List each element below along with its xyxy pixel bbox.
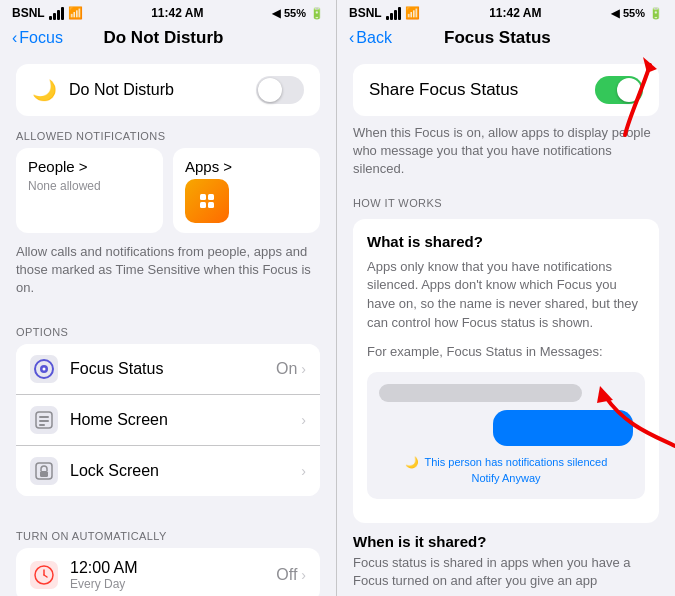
when-text: Focus status is shared in apps when you …	[337, 554, 675, 590]
battery-right: 55%	[623, 7, 645, 19]
people-sub: None allowed	[28, 179, 151, 193]
nav-bar-right: ‹ Back Focus Status	[337, 24, 675, 56]
signal-icon	[49, 7, 64, 20]
allowed-header: ALLOWED NOTIFICATIONS	[0, 116, 336, 148]
clock-icon	[30, 561, 58, 589]
svg-rect-4	[208, 202, 214, 208]
wifi-icon: 📶	[68, 6, 83, 20]
lock-screen-label: Lock Screen	[70, 462, 301, 480]
svg-rect-10	[39, 420, 49, 422]
location-icon-right: ◀	[611, 7, 619, 20]
chevron-left-icon: ‹	[12, 29, 17, 47]
apps-card[interactable]: Apps >	[173, 148, 320, 233]
chevron-right-icon-3: ›	[301, 463, 306, 479]
focus-status-row[interactable]: Focus Status On ›	[16, 344, 320, 395]
when-title: When is it shared?	[337, 523, 675, 554]
left-content: 🌙 Do Not Disturb ALLOWED NOTIFICATIONS P…	[0, 56, 336, 596]
auto-card: 12:00 AM Every Day Off ›	[16, 548, 320, 596]
status-bar-right: BSNL 📶 11:42 AM ◀ 55% 🔋	[337, 0, 675, 24]
svg-rect-2	[208, 194, 214, 200]
notify-anyway-link[interactable]: Notify Anyway	[379, 470, 633, 487]
focus-status-label: Focus Status	[70, 360, 276, 378]
lock-screen-icon	[30, 457, 58, 485]
allowed-grid: People > None allowed Apps >	[0, 148, 336, 233]
home-screen-icon	[30, 406, 58, 434]
time-left: 11:42 AM	[151, 6, 203, 20]
allowed-desc: Allow calls and notifications from peopl…	[0, 233, 336, 312]
auto-header: TURN ON AUTOMATICALLY	[0, 516, 336, 548]
right-content: Share Focus Status When this Focus is on…	[337, 56, 675, 596]
back-button-right[interactable]: ‹ Back	[349, 29, 392, 47]
left-panel: BSNL 📶 11:42 AM ◀ 55% 🔋 ‹ Focus	[0, 0, 337, 596]
chevron-left-icon-right: ‹	[349, 29, 354, 47]
home-screen-row[interactable]: Home Screen ›	[16, 395, 320, 446]
home-screen-label: Home Screen	[70, 411, 301, 429]
dnd-toggle[interactable]	[256, 76, 304, 104]
svg-point-7	[43, 367, 46, 370]
dnd-label: Do Not Disturb	[69, 81, 256, 99]
page-title-right: Focus Status	[392, 28, 603, 48]
right-panel: BSNL 📶 11:42 AM ◀ 55% 🔋 ‹ Back	[337, 0, 675, 596]
example-text: For example, Focus Status in Messages:	[367, 343, 645, 362]
svg-rect-9	[39, 416, 49, 418]
notifications-silenced: This person has notifications silenced	[425, 456, 608, 468]
back-label-left: Focus	[19, 29, 63, 47]
msg-bubble-blue	[493, 410, 633, 446]
svg-rect-3	[200, 202, 206, 208]
back-button-left[interactable]: ‹ Focus	[12, 29, 63, 47]
wifi-icon-right: 📶	[405, 6, 420, 20]
lock-screen-row[interactable]: Lock Screen ›	[16, 446, 320, 496]
options-header: OPTIONS	[0, 312, 336, 344]
chevron-right-icon-4: ›	[301, 567, 306, 583]
what-shared-title: What is shared?	[367, 233, 645, 250]
focus-status-icon	[30, 355, 58, 383]
moon-icon: 🌙	[32, 78, 57, 102]
msg-bubble-gray	[379, 384, 582, 402]
apps-icon	[185, 179, 229, 223]
battery-icon: 🔋	[310, 7, 324, 20]
chevron-right-icon: ›	[301, 361, 306, 377]
battery-left: 55%	[284, 7, 306, 19]
page-title-left: Do Not Disturb	[63, 28, 264, 48]
what-shared-text: Apps only know that you have notificatio…	[367, 258, 645, 333]
svg-line-16	[44, 575, 47, 577]
moon-icon-msg: 🌙	[405, 456, 419, 468]
signal-icon-right	[386, 7, 401, 20]
auto-sub: Every Day	[70, 577, 276, 591]
how-card: What is shared? Apps only know that you …	[353, 219, 659, 523]
auto-value: Off	[276, 566, 297, 584]
auto-time-row[interactable]: 12:00 AM Every Day Off ›	[16, 548, 320, 596]
apps-title: Apps >	[185, 158, 308, 175]
how-it-works-header: HOW IT WORKS	[337, 193, 675, 219]
svg-rect-11	[39, 424, 45, 426]
status-bar-left: BSNL 📶 11:42 AM ◀ 55% 🔋	[0, 0, 336, 24]
share-desc: When this Focus is on, allow apps to dis…	[337, 116, 675, 193]
svg-point-0	[194, 188, 220, 214]
battery-icon-right: 🔋	[649, 7, 663, 20]
chevron-right-icon-2: ›	[301, 412, 306, 428]
back-label-right: Back	[356, 29, 392, 47]
share-focus-label: Share Focus Status	[369, 80, 595, 100]
msg-silenced-text: 🌙 This person has notifications silenced…	[379, 454, 633, 487]
options-card: Focus Status On ›	[16, 344, 320, 496]
svg-rect-13	[40, 471, 48, 477]
message-preview: 🌙 This person has notifications silenced…	[367, 372, 645, 499]
location-icon: ◀	[272, 7, 280, 20]
time-right: 11:42 AM	[489, 6, 541, 20]
svg-rect-1	[200, 194, 206, 200]
share-focus-toggle[interactable]	[595, 76, 643, 104]
people-card[interactable]: People > None allowed	[16, 148, 163, 233]
carrier-left: BSNL	[12, 6, 45, 20]
nav-bar-left: ‹ Focus Do Not Disturb	[0, 24, 336, 56]
focus-status-value: On	[276, 360, 297, 378]
people-title: People >	[28, 158, 151, 175]
dnd-main-row[interactable]: 🌙 Do Not Disturb	[16, 64, 320, 116]
auto-time: 12:00 AM	[70, 559, 276, 577]
share-focus-row[interactable]: Share Focus Status	[353, 64, 659, 116]
carrier-right: BSNL	[349, 6, 382, 20]
